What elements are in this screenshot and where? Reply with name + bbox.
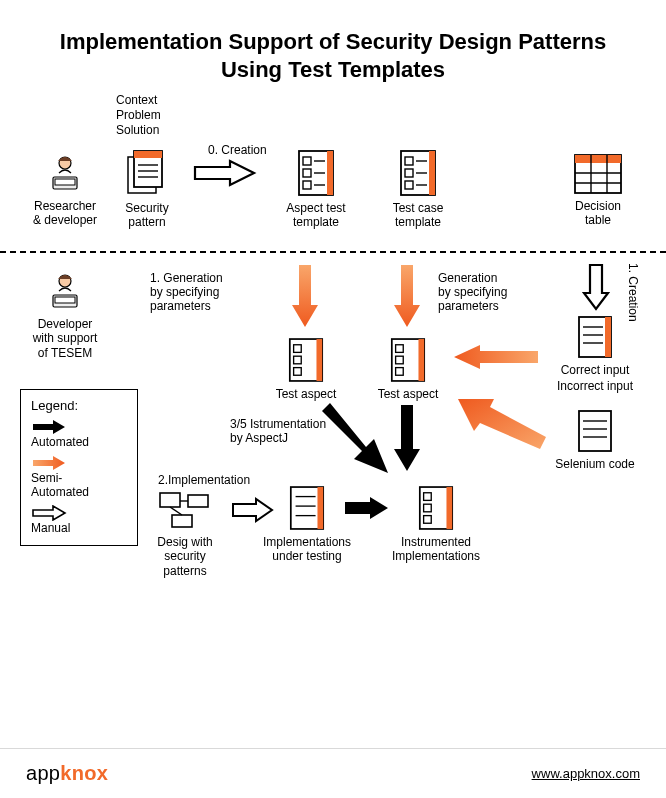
arrow-automated-icon — [31, 419, 67, 435]
document-stack-icon — [125, 149, 169, 197]
arrow-manual-icon — [582, 263, 610, 313]
test-case-template-node: Test case template — [378, 149, 458, 230]
step-gen-2: Generation by specifying parameters — [438, 271, 507, 313]
svg-rect-33 — [55, 297, 75, 303]
arrow-semi-icon — [392, 263, 422, 331]
svg-rect-18 — [429, 151, 435, 195]
arrow-semi-icon — [450, 393, 550, 453]
arrow-automated-icon — [392, 403, 422, 475]
instrumented-impl-label: Instrumented Implementations — [376, 535, 496, 564]
svg-rect-35 — [316, 339, 322, 381]
arrow-manual-icon — [31, 505, 67, 521]
legend-box: Legend: Automated Semi- Automated Manual — [20, 389, 138, 546]
instrumented-impl-node: Instrumented Implementations — [376, 485, 496, 564]
test-case-template-label: Test case template — [378, 201, 458, 230]
checklist-icon — [286, 337, 326, 383]
arrow-semi-icon — [290, 263, 320, 331]
svg-rect-53 — [160, 493, 180, 507]
brand-part-2: knox — [60, 762, 108, 784]
selenium-code-label: Selenium code — [540, 457, 650, 471]
developer-tesem-label: Developer with support of TESEM — [20, 317, 110, 360]
arrow-manual-icon — [190, 159, 260, 187]
svg-rect-64 — [446, 487, 452, 529]
checklist-icon — [397, 149, 439, 197]
design-patterns-label: Desig with security patterns — [140, 535, 230, 578]
step-impl-2: 2.Implementation — [158, 473, 250, 487]
document-lines-icon — [287, 485, 327, 531]
page-title: Implementation Support of Security Desig… — [0, 0, 666, 93]
step-creation-0: 0. Creation — [208, 143, 267, 157]
legend-semi: Semi- Automated — [31, 471, 127, 499]
researcher-node: Researcher & developer — [20, 153, 110, 228]
test-aspect-2-label: Test aspect — [368, 387, 448, 401]
legend-manual: Manual — [31, 521, 127, 535]
person-laptop-icon — [44, 271, 86, 313]
footer-url: www.appknox.com — [532, 766, 640, 781]
decision-table-label: Decision table — [558, 199, 638, 228]
document-lines-icon — [576, 315, 614, 359]
step-gen-1: 1. Generation by specifying parameters — [150, 271, 223, 313]
svg-rect-59 — [317, 487, 323, 529]
design-patterns-node: Desig with security patterns — [140, 491, 230, 578]
test-aspect-1-label: Test aspect — [266, 387, 346, 401]
brand-part-1: app — [26, 762, 60, 784]
step-creation-1: 1. Creation — [626, 263, 640, 322]
security-pattern-label: Security pattern — [112, 201, 182, 230]
checklist-icon — [388, 337, 428, 383]
svg-rect-26 — [575, 155, 621, 163]
svg-line-57 — [170, 507, 182, 515]
researcher-label: Researcher & developer — [20, 199, 110, 228]
aspect-test-template-node: Aspect test template — [276, 149, 356, 230]
context-label: Context Problem Solution — [116, 93, 161, 138]
svg-rect-54 — [188, 495, 208, 507]
svg-rect-40 — [418, 339, 424, 381]
svg-rect-55 — [172, 515, 192, 527]
legend-automated: Automated — [31, 435, 127, 449]
developer-tesem-node: Developer with support of TESEM — [20, 271, 110, 360]
footer: appknox www.appknox.com — [0, 748, 666, 798]
test-aspect-2-node: Test aspect — [368, 337, 448, 401]
document-lines-icon — [576, 409, 614, 453]
svg-rect-10 — [327, 151, 333, 195]
brand-logo: appknox — [26, 762, 108, 785]
impl-testing-label: Implementations under testing — [252, 535, 362, 564]
uml-boxes-icon — [158, 491, 212, 531]
incorrect-input-label: Incorrect input — [540, 379, 650, 393]
arrow-automated-icon — [314, 403, 394, 483]
table-icon — [573, 153, 623, 195]
checklist-icon — [416, 485, 456, 531]
legend-title: Legend: — [31, 398, 127, 413]
section-divider — [0, 251, 666, 253]
person-laptop-icon — [44, 153, 86, 195]
step-instr-35: 3/5 Istrumentation by AspectJ — [230, 417, 326, 445]
decision-table-node: Decision table — [558, 153, 638, 228]
svg-rect-5 — [134, 151, 162, 158]
selenium-code-node: Selenium code — [540, 409, 650, 471]
security-pattern-node: Security pattern — [112, 149, 182, 230]
diagram-canvas: Context Problem Solution Researcher & de… — [0, 93, 666, 733]
svg-rect-2 — [55, 179, 75, 185]
test-aspect-1-node: Test aspect — [266, 337, 346, 401]
svg-rect-45 — [605, 317, 611, 357]
arrow-semi-icon — [450, 343, 540, 371]
aspect-test-template-label: Aspect test template — [276, 201, 356, 230]
svg-rect-49 — [579, 411, 611, 451]
input-types-node: Correct input Incorrect input — [540, 315, 650, 394]
correct-input-label: Correct input — [540, 363, 650, 377]
arrow-semi-icon — [31, 455, 67, 471]
checklist-icon — [295, 149, 337, 197]
